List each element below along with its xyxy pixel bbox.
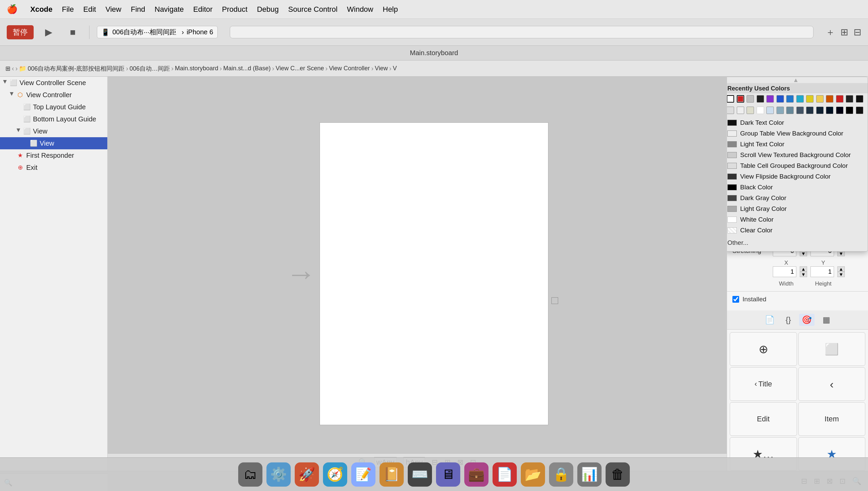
nav-item-bottom-layout-guide[interactable]: ▶ ⬜ Bottom Layout Guide — [0, 113, 107, 125]
swatch-7[interactable] — [796, 95, 804, 103]
swatch-1[interactable] — [737, 95, 744, 103]
nav-item-view-parent[interactable]: ▶ ⬜ View — [0, 125, 107, 137]
toolbar-search-input[interactable] — [230, 26, 813, 38]
swatch-r2-11[interactable] — [836, 107, 843, 114]
color-item-table-cell-grouped[interactable]: Table Cell Grouped Background Color — [727, 161, 868, 171]
swatch-r2-10[interactable] — [826, 107, 833, 114]
tab-file[interactable]: 📄 — [762, 314, 778, 326]
stepper-h-down[interactable]: ▼ — [837, 272, 845, 277]
breadcrumb-grid-icon[interactable]: ⊞ — [5, 65, 10, 72]
swatch-r2-5[interactable] — [777, 107, 784, 114]
swatch-8[interactable] — [806, 95, 813, 103]
nav-item-controller[interactable]: ▶ ⬡ View Controller — [0, 89, 107, 101]
breadcrumb-scene[interactable]: View C...er Scene — [276, 65, 324, 72]
swatch-11[interactable] — [836, 95, 843, 103]
stepper-x-down[interactable]: ▼ — [800, 251, 807, 256]
swatch-r2-12[interactable] — [846, 107, 853, 114]
menu-help[interactable]: Help — [383, 5, 398, 14]
nav-item-top-layout-guide[interactable]: ▶ ⬜ Top Layout Guide — [0, 101, 107, 113]
color-item-group-table[interactable]: Group Table View Background Color — [727, 128, 868, 139]
color-item-black[interactable]: Black Color — [727, 182, 868, 193]
object-cell-align[interactable]: ⬜ — [799, 332, 866, 366]
color-item-white[interactable]: White Color — [727, 214, 868, 225]
nav-item-first-responder[interactable]: ▶ ★ First Responder — [0, 149, 107, 162]
swatch-10[interactable] — [826, 95, 833, 103]
menu-xcode[interactable]: Xcode — [30, 5, 53, 14]
swatch-r2-4[interactable] — [766, 107, 774, 114]
object-cell-title[interactable]: ‹ Title — [730, 367, 797, 401]
menu-file[interactable]: File — [62, 5, 74, 14]
color-item-clear[interactable]: Clear Color — [727, 225, 868, 236]
swatch-r2-2[interactable] — [747, 107, 754, 114]
breadcrumb-project[interactable]: 006自动布局案例-底部按钮相同间距 — [28, 64, 124, 73]
tab-layout[interactable]: ▦ — [820, 314, 833, 326]
installed-checkbox[interactable] — [732, 296, 739, 303]
object-cell-edit[interactable]: Edit — [730, 402, 797, 436]
swatch-2[interactable] — [747, 95, 754, 103]
dock-trash[interactable]: 🗑 — [606, 462, 630, 487]
dock-settings[interactable]: ⚙️ — [267, 462, 291, 487]
object-cell-pin[interactable]: ⊕ — [730, 332, 797, 366]
color-other-option[interactable]: Other... — [727, 237, 868, 249]
layout-icon[interactable]: ⊞ — [840, 27, 848, 38]
stepper-y-down[interactable]: ▼ — [837, 251, 845, 256]
stepper-w-up[interactable]: ▲ — [800, 266, 807, 272]
dock-instruments[interactable]: 📊 — [577, 462, 601, 487]
breadcrumb-controller[interactable]: View Controller — [329, 65, 370, 72]
color-item-dark-text[interactable]: Dark Text Color — [727, 117, 868, 128]
swatch-r2-13[interactable] — [856, 107, 863, 114]
storyboard-frame[interactable] — [319, 122, 549, 425]
stepper-w-down[interactable]: ▼ — [800, 272, 807, 277]
object-cell-back[interactable]: ‹ — [799, 367, 866, 401]
swatch-r2-7[interactable] — [796, 107, 804, 114]
dock-onenote[interactable]: 📔 — [380, 462, 404, 487]
swatch-6[interactable] — [786, 95, 794, 103]
color-item-light-gray[interactable]: Light Gray Color — [727, 203, 868, 214]
menu-navigate[interactable]: Navigate — [155, 5, 184, 14]
breadcrumb-storyboard[interactable]: Main.storyboard — [175, 65, 218, 72]
panel-icon[interactable]: ⊟ — [853, 27, 861, 38]
width-input[interactable] — [773, 266, 796, 277]
dock-parallels[interactable]: 💼 — [464, 462, 488, 487]
color-item-dark-gray[interactable]: Dark Gray Color — [727, 193, 868, 203]
object-cell-item[interactable]: Item — [799, 402, 866, 436]
dock-notes[interactable]: 📝 — [351, 462, 375, 487]
color-item-scroll-view[interactable]: Scroll View Textured Background Color — [727, 150, 868, 161]
menu-find[interactable]: Find — [131, 5, 145, 14]
tab-target[interactable]: 🎯 — [799, 314, 814, 326]
play-button[interactable]: ▶ — [39, 25, 59, 40]
square-button[interactable]: ■ — [64, 25, 82, 40]
swatch-r2-1[interactable] — [737, 107, 744, 114]
menu-source-control[interactable]: Source Control — [288, 5, 338, 14]
scheme-selector[interactable]: 📱 006自动布···相同间距 › iPhone 6 — [97, 26, 218, 38]
dock-tools[interactable]: 🔒 — [549, 462, 573, 487]
breadcrumb-view[interactable]: View — [375, 65, 388, 72]
menu-editor[interactable]: Editor — [193, 5, 212, 14]
swatch-r2-6[interactable] — [786, 107, 794, 114]
stop-button[interactable]: 暂停 — [7, 25, 34, 39]
nav-item-view-child[interactable]: ▶ ⬜ View — [0, 137, 107, 149]
tab-code[interactable]: {} — [783, 314, 794, 326]
swatch-r2-3[interactable] — [757, 107, 764, 114]
swatch-12[interactable] — [846, 95, 853, 103]
swatch-r2-9[interactable] — [816, 107, 823, 114]
apple-menu[interactable]: 🍎 — [7, 4, 18, 15]
swatch-r2-0[interactable] — [727, 107, 734, 114]
nav-item-scene[interactable]: ▶ ⬜ View Controller Scene — [0, 77, 107, 89]
swatch-0[interactable] — [727, 95, 734, 103]
breadcrumb-folder2[interactable]: 006自动…间距 — [130, 64, 170, 73]
swatch-13[interactable] — [856, 95, 863, 103]
menu-product[interactable]: Product — [222, 5, 248, 14]
dock-finder[interactable]: 🗂 — [238, 462, 262, 487]
swatch-9[interactable] — [816, 95, 823, 103]
breadcrumb-base[interactable]: Main.st...d (Base) — [223, 65, 271, 72]
color-item-light-text[interactable]: Light Text Color — [727, 139, 868, 150]
color-item-view-flipside[interactable]: View Flipside Background Color — [727, 171, 868, 182]
dock-filezilla[interactable]: 📂 — [521, 462, 545, 487]
dock-safari[interactable]: 🧭 — [323, 462, 347, 487]
nav-item-exit[interactable]: ▶ ⊕ Exit — [0, 162, 107, 174]
swatch-3[interactable] — [757, 95, 764, 103]
menu-debug[interactable]: Debug — [257, 5, 279, 14]
swatch-5[interactable] — [777, 95, 784, 103]
selection-handle[interactable] — [552, 297, 558, 304]
